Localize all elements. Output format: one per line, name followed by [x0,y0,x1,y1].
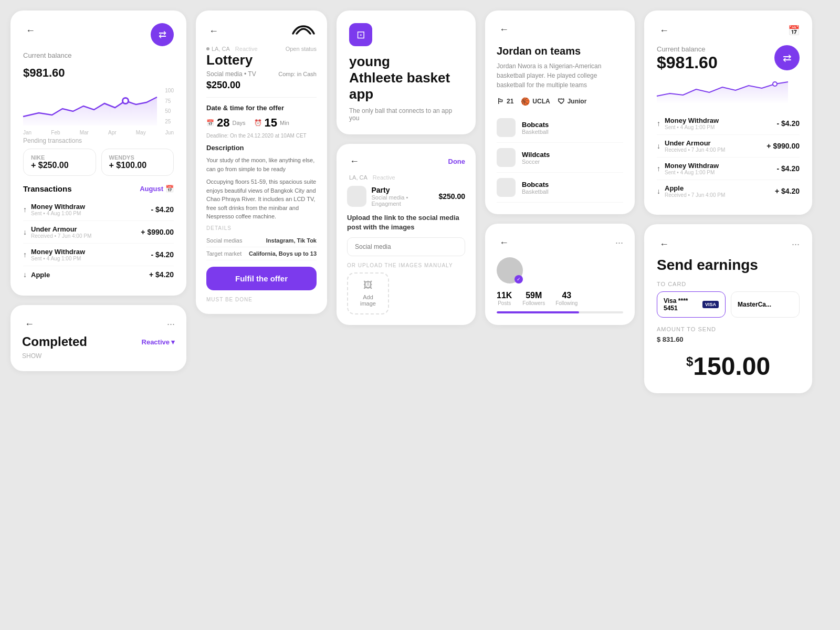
back-button-party[interactable]: ← [347,154,362,169]
add-image-label: Add image [358,294,379,307]
table-row: ↓ Apple Received • 7 Jun 4:00 PM + $4.20 [657,180,800,202]
team-list: Bobcats Basketball Wildcats Soccer Bobca… [497,113,623,203]
social-stats-card: ← ··· ✓ 11K Posts 59M Followers [485,224,635,325]
party-location: LA, CA Reactive [347,174,465,181]
social-media-input[interactable] [347,237,465,256]
progress-fill [497,311,579,313]
badge-team: 🏀 UCLA [521,97,550,106]
table-row: ↑ Money Withdraw Sent • 4 Aug 1:00 PM - … [657,112,800,135]
comp-label: Comp: in Cash [278,71,317,77]
reactive-badge: Reactive ▾ [142,338,175,346]
add-image-button[interactable]: 🖼 Add image [347,272,389,314]
fulfill-offer-button[interactable]: Fulfil the offer [206,267,317,290]
team-bobcats-1: Bobcats Basketball [497,113,623,143]
table-row: ↓ Under Armour Received • 7 Jun 4:00 PM … [657,135,800,158]
amount-to-send-label: AMOUNT TO SEND [657,326,800,332]
description-title: Description [206,144,317,152]
calendar-icon[interactable]: 📅 [788,25,800,36]
image-icon: 🖼 [363,280,373,291]
balance-right-card: ← 📅 Current balance $981.60 ⇄ [644,10,812,215]
app-title: youngAthleete basketapp [349,54,463,103]
date-row: 📅 28 Days ⏰ 15 Min [206,116,317,130]
visa-card-option[interactable]: Visa **** 5451 VISA [657,291,726,318]
more-options-send-button[interactable]: ··· [792,239,800,250]
verified-badge: ✓ [514,275,523,284]
exchange-button[interactable]: ⇄ [151,23,174,46]
svg-point-3 [773,82,776,86]
more-options-social-button[interactable]: ··· [615,237,623,248]
back-button-send[interactable]: ← [657,237,671,251]
visa-badge: VISA [702,301,719,308]
transaction-list-right: ↑ Money Withdraw Sent • 4 Aug 1:00 PM - … [657,112,800,202]
transaction-list-left: ↑ Money Withdraw Sent • 4 Aug 1:00 PM - … [23,198,174,283]
more-options-button[interactable]: ··· [167,319,175,330]
table-row: ↑ Money Withdraw Sent • 4 Aug 1:00 PM - … [23,244,174,266]
master-card-option[interactable]: MasterCa... [731,291,800,318]
down-icon: ↓ [23,270,27,279]
back-button-social[interactable]: ← [497,235,511,250]
balance-amount: $981.60 [23,59,174,81]
back-button-completed[interactable]: ← [22,317,37,331]
location-tag: LA, CA Reactive Open status [206,46,317,52]
badge-number: 🏳 21 [497,97,513,106]
jordan-card: ← Jordan on teams Jordan Nwora is a Nige… [485,10,635,214]
big-send-amount: $150.00 [657,352,800,381]
table-row: ↑ Money Withdraw Sent • 4 Aug 1:00 PM - … [23,198,174,221]
show-label: SHOW [22,352,175,360]
done-button[interactable]: Done [448,158,466,165]
pending-label: Pending transactions [23,137,174,144]
balance-chart: 100755025 JanFebMarAprMayJun [23,88,174,130]
jordan-title: Jordan on teams [497,45,623,57]
back-button-balance-right[interactable]: ← [657,23,671,38]
team-image [497,118,516,137]
balance-right-label: Current balance [657,45,718,53]
party-name: Party [372,186,434,194]
flag-icon: 🏳 [497,97,504,106]
date-time-title: Date & time for the offer [206,104,317,112]
completed-card: ← ··· Completed Reactive ▾ SHOW [10,305,186,371]
posts-stat: 11K Posts [497,291,512,306]
detail-target: Target market California, Boys up to 13 [206,247,317,260]
app-icon: ⊡ [349,23,372,46]
lottery-title: Lottery [206,52,317,68]
badge-level: 🛡 Junior [558,97,587,106]
under-armour-logo [290,22,317,40]
party-card: ← Done LA, CA Reactive Party Social medi… [337,144,476,325]
stats-row: 11K Posts 59M Followers 43 Following [497,291,623,306]
profile-progress-bar [497,311,623,313]
must-done-label: MUST BE DONE [206,297,317,302]
description-section: Description Your study of the moon, like… [206,144,317,221]
pending-wendys: WENDYS + $100.00 [101,149,174,176]
open-status: Open status [286,46,317,52]
party-type: Social media • Engagment [372,194,434,207]
mini-chart [657,78,800,104]
down-icon: ↓ [23,228,27,236]
team-image [497,178,516,197]
upload-instructions: Upload the link to the social media post… [347,213,465,232]
table-row: ↑ Money Withdraw Sent • 4 Aug 1:00 PM - … [657,158,800,180]
party-info-row: Party Social media • Engagment $250.00 [347,186,465,207]
svg-point-1 [123,99,128,103]
desc-text-2: Occupying floors 51-59, this spacious su… [206,177,317,221]
balance-right-amount: $981.60 [657,53,718,72]
followers-stat: 59M Followers [522,291,545,306]
team-image [497,148,516,167]
team-wildcats: Wildcats Soccer [497,143,623,173]
lottery-type: Social media • TV [206,70,256,78]
exchange-right-button[interactable]: ⇄ [774,45,800,70]
send-title: Send earnings [657,257,800,274]
back-button-lottery[interactable]: ← [206,24,221,39]
detail-social: Social medias Instagram, Tik Tok [206,234,317,247]
pending-nike: NIKE + $250.00 [23,149,96,176]
deadline-text: Deadline: On the 24.12.2020 at 10AM CET [206,133,317,139]
lottery-card: ← LA, CA Reactive Open status Lottery So… [196,10,327,314]
back-button-jordan[interactable]: ← [497,22,511,37]
card-options: Visa **** 5451 VISA MasterCa... [657,291,800,318]
details-label: DETAILS [206,225,317,231]
party-image [347,186,366,207]
back-button-balance-left[interactable]: ← [23,23,38,38]
team-bobcats-2: Bobcats Basketball [497,173,623,203]
up-icon: ↑ [23,250,27,259]
app-desc: The only ball that connects to an app yo… [349,107,463,122]
jordan-desc: Jordan Nwora is a Nigerian-American bask… [497,61,623,90]
